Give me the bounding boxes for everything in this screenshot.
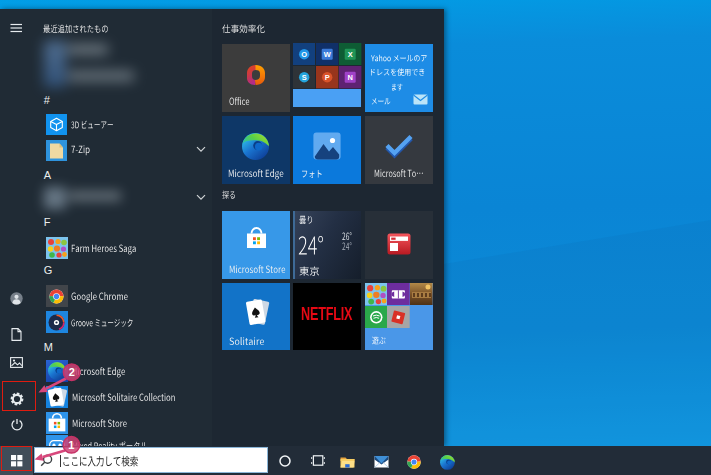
svg-text:2: 2 — [69, 366, 75, 378]
svg-text:1: 1 — [68, 439, 74, 451]
